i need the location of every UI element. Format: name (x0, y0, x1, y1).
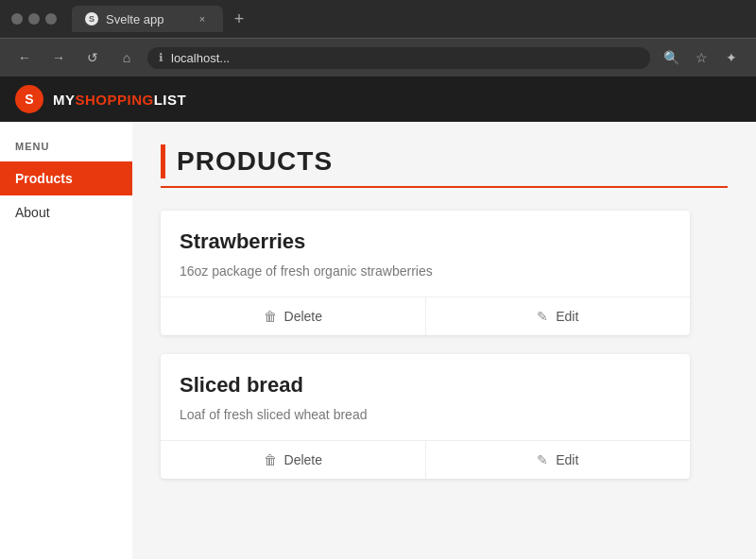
minimize-traffic-light[interactable] (28, 13, 40, 25)
reload-button[interactable]: ↺ (79, 44, 106, 71)
app-logo: S (15, 85, 43, 113)
address-bar[interactable]: ℹ localhost... (147, 47, 650, 69)
forward-icon: → (52, 50, 65, 65)
main-content: PRODUCTS Strawberries 16oz package of fr… (132, 122, 756, 559)
tab-favicon: S (85, 12, 98, 25)
sidebar-menu-label: MENU (0, 141, 132, 161)
app-header: S MYSHOPPINGLIST (0, 76, 756, 122)
edit-icon: ✎ (537, 452, 548, 467)
back-icon: ← (18, 50, 31, 65)
star-icon: ☆ (696, 50, 708, 65)
delete-label: Delete (284, 452, 322, 467)
tab-bar: S Svelte app × + (64, 6, 745, 32)
product-card: Sliced bread Loaf of fresh sliced wheat … (161, 354, 690, 479)
collections-icon: ✦ (726, 50, 737, 65)
app-title: MYSHOPPINGLIST (53, 92, 186, 108)
delete-button[interactable]: 🗑 Delete (161, 297, 426, 335)
zoom-button[interactable]: 🔍 (658, 44, 684, 71)
home-icon: ⌂ (123, 50, 130, 65)
browser-toolbar: ← → ↺ ⌂ ℹ localhost... 🔍 ☆ ✦ (0, 38, 756, 76)
tab-close-button[interactable]: × (195, 11, 210, 26)
browser-titlebar: S Svelte app × + (0, 0, 756, 38)
toolbar-icons: 🔍 ☆ ✦ (658, 44, 745, 71)
info-icon: ℹ (159, 51, 163, 64)
delete-button[interactable]: 🗑 Delete (161, 441, 426, 479)
product-description: Loaf of fresh sliced wheat bread (180, 405, 671, 425)
sidebar-item-about[interactable]: About (0, 195, 132, 229)
forward-button[interactable]: → (45, 44, 72, 71)
app-title-shopping: SHOPPING (76, 92, 154, 108)
edit-icon: ✎ (537, 309, 548, 324)
product-card-body: Strawberries 16oz package of fresh organ… (161, 211, 690, 296)
reload-icon: ↺ (87, 50, 98, 65)
tab-title: Svelte app (106, 12, 187, 26)
home-button[interactable]: ⌂ (113, 44, 140, 71)
product-name: Strawberries (180, 229, 671, 254)
product-description: 16oz package of fresh organic strawberri… (180, 262, 671, 281)
collections-button[interactable]: ✦ (718, 44, 745, 71)
product-card-actions: 🗑 Delete ✎ Edit (161, 296, 690, 335)
browser-tab[interactable]: S Svelte app × (72, 6, 223, 32)
app-title-my: MY (53, 92, 76, 108)
trash-icon: 🗑 (264, 452, 277, 467)
product-card: Strawberries 16oz package of fresh organ… (161, 211, 690, 335)
edit-button[interactable]: ✎ Edit (426, 297, 691, 335)
zoom-icon: 🔍 (663, 50, 679, 65)
tab-favicon-letter: S (89, 14, 94, 24)
edit-label: Edit (556, 309, 578, 324)
app-title-list: LIST (154, 92, 187, 108)
product-name: Sliced bread (180, 373, 671, 398)
bookmark-button[interactable]: ☆ (688, 44, 714, 71)
edit-button[interactable]: ✎ Edit (426, 441, 691, 479)
page-title: PRODUCTS (177, 146, 333, 177)
maximize-traffic-light[interactable] (45, 13, 57, 25)
sidebar: MENU Products About (0, 122, 132, 559)
browser-window: S Svelte app × + ← → ↺ ⌂ ℹ loc (0, 0, 756, 559)
address-text: localhost... (171, 51, 639, 65)
app-body: MENU Products About PRODUCTS Strawberrie… (0, 122, 756, 559)
close-traffic-light[interactable] (11, 13, 23, 25)
page-header: PRODUCTS (161, 144, 728, 188)
page-header-accent (161, 144, 165, 178)
sidebar-item-products[interactable]: Products (0, 161, 132, 195)
new-tab-button[interactable]: + (225, 6, 253, 32)
traffic-lights (11, 13, 57, 25)
edit-label: Edit (556, 452, 578, 467)
back-button[interactable]: ← (11, 44, 38, 71)
trash-icon: 🗑 (264, 309, 277, 324)
product-card-actions: 🗑 Delete ✎ Edit (161, 440, 690, 479)
product-card-body: Sliced bread Loaf of fresh sliced wheat … (161, 354, 690, 440)
delete-label: Delete (284, 309, 322, 324)
